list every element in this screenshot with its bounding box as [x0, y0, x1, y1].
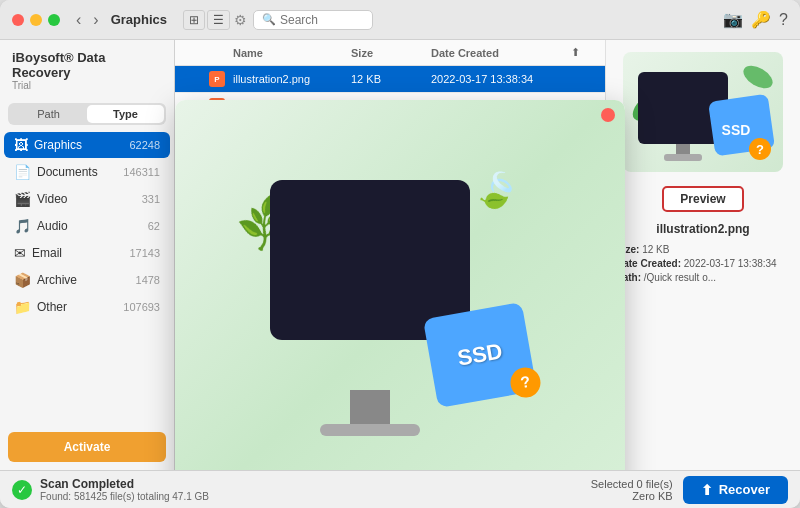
scan-detail-label: Found: 581425 file(s) totaling 47.1 GB: [40, 491, 209, 502]
svg-rect-4: [664, 154, 702, 161]
preview-image: SSD ?: [628, 57, 778, 167]
camera-icon[interactable]: 📷: [723, 10, 743, 29]
sidebar-item-archive[interactable]: 📦 Archive 1478: [4, 267, 170, 293]
info-icon[interactable]: 🔑: [751, 10, 771, 29]
table-row[interactable]: P illustration2.png 12 KB 2022-03-17 13:…: [175, 66, 605, 93]
search-icon: 🔍: [262, 13, 276, 26]
ssd-label: SSD: [455, 338, 504, 371]
path-value: /Quick result o...: [644, 272, 716, 283]
ssd-box: SSD ?: [430, 310, 550, 430]
recover-button[interactable]: ⬆ Recover: [683, 476, 788, 504]
file-list-header: Name Size Date Created ⬆: [175, 40, 605, 66]
scan-complete-label: Scan Completed: [40, 477, 209, 491]
type-tab[interactable]: Type: [87, 105, 164, 123]
size-value: 12 KB: [642, 244, 669, 255]
row-checkbox[interactable]: [185, 73, 198, 86]
documents-icon: 📄: [14, 164, 31, 180]
forward-button[interactable]: ›: [89, 9, 102, 31]
graphics-label: Graphics: [34, 138, 129, 152]
video-count: 331: [142, 193, 160, 205]
nav-buttons: ‹ ›: [72, 9, 103, 31]
recover-icon: ⬆: [701, 482, 713, 498]
header-action: ⬆: [571, 46, 595, 59]
sidebar-header: iBoysoft® Data Recovery Trial: [0, 40, 174, 97]
email-label: Email: [32, 246, 129, 260]
header-size: Size: [351, 47, 431, 59]
sidebar-tabs: Path Type: [8, 103, 166, 125]
file-info: illustration2.png Size: 12 KB Date Creat…: [616, 222, 790, 286]
other-label: Other: [37, 300, 123, 314]
preview-thumbnail: SSD ?: [623, 52, 783, 172]
file-date-row: Date Created: 2022-03-17 13:38:34: [616, 258, 790, 269]
toolbar-right-icons: 📷 🔑 ?: [723, 10, 788, 29]
video-label: Video: [37, 192, 142, 206]
status-bar: ✓ Scan Completed Found: 581425 file(s) t…: [0, 470, 800, 508]
file-name: illustration2.png: [233, 73, 351, 85]
traffic-lights: [12, 14, 60, 26]
search-bar[interactable]: 🔍: [253, 10, 373, 30]
documents-count: 146311: [123, 166, 160, 178]
minimize-button[interactable]: [30, 14, 42, 26]
preview-image-area: 🌿 🍃 SSD ?: [175, 100, 625, 470]
grid-view-button[interactable]: ⊞: [183, 10, 205, 30]
sidebar-item-graphics[interactable]: 🖼 Graphics 62248: [4, 132, 170, 158]
filter-icon[interactable]: ⚙: [234, 12, 247, 28]
sidebar-item-other[interactable]: 📁 Other 107693: [4, 294, 170, 320]
app-title: iBoysoft® Data Recovery: [12, 50, 162, 80]
svg-text:?: ?: [756, 142, 764, 157]
other-count: 107693: [123, 301, 160, 313]
search-input[interactable]: [280, 13, 370, 27]
title-bar: ‹ › Graphics ⊞ ☰ ⚙ 🔍 📷 🔑 ?: [0, 0, 800, 40]
file-type-icon: P: [209, 71, 225, 87]
back-button[interactable]: ‹: [72, 9, 85, 31]
close-button[interactable]: [12, 14, 24, 26]
sidebar-item-audio[interactable]: 🎵 Audio 62: [4, 213, 170, 239]
svg-point-1: [740, 61, 777, 93]
view-toggle: ⊞ ☰: [183, 10, 230, 30]
file-size-row: Size: 12 KB: [616, 244, 790, 255]
archive-count: 1478: [136, 274, 160, 286]
file-date: 2022-03-17 13:38:34: [431, 73, 571, 85]
imac-illustration: 🌿 🍃 SSD ?: [250, 170, 550, 450]
right-panel: SSD ? Preview illustration2.png Size: 12…: [605, 40, 800, 470]
selected-size-text: Zero KB: [591, 490, 673, 502]
date-label: Date Created:: [616, 258, 681, 269]
video-icon: 🎬: [14, 191, 31, 207]
list-view-button[interactable]: ☰: [207, 10, 230, 30]
selected-count: Selected 0 file(s) Zero KB: [591, 478, 673, 502]
window-title: Graphics: [111, 12, 167, 27]
svg-text:SSD: SSD: [722, 122, 751, 138]
preview-close-button[interactable]: [601, 108, 615, 122]
path-tab[interactable]: Path: [10, 105, 87, 123]
file-path-row: Path: /Quick result o...: [616, 272, 790, 283]
help-icon[interactable]: ?: [779, 11, 788, 29]
audio-count: 62: [148, 220, 160, 232]
ssd-shape: SSD ?: [423, 302, 537, 408]
main-content: iBoysoft® Data Recovery Trial Path Type …: [0, 40, 800, 470]
maximize-button[interactable]: [48, 14, 60, 26]
email-count: 17143: [129, 247, 160, 259]
imac-base: [320, 424, 420, 436]
header-name: Name: [233, 47, 351, 59]
scan-complete-icon: ✓: [12, 480, 32, 500]
sidebar: iBoysoft® Data Recovery Trial Path Type …: [0, 40, 175, 470]
audio-icon: 🎵: [14, 218, 31, 234]
selected-files-text: Selected 0 file(s): [591, 478, 673, 490]
scan-status: Scan Completed Found: 581425 file(s) tot…: [40, 477, 209, 502]
sidebar-item-video[interactable]: 🎬 Video 331: [4, 186, 170, 212]
other-icon: 📁: [14, 299, 31, 315]
audio-label: Audio: [37, 219, 148, 233]
preview-button[interactable]: Preview: [662, 186, 743, 212]
sidebar-item-documents[interactable]: 📄 Documents 146311: [4, 159, 170, 185]
activate-button[interactable]: Activate: [8, 432, 166, 462]
leaf-right-icon: 🍃: [470, 164, 525, 218]
file-size: 12 KB: [351, 73, 431, 85]
preview-overlay: 🌿 🍃 SSD ? wsxdn.com: [175, 100, 625, 470]
recover-label: Recover: [719, 482, 770, 497]
sidebar-item-email[interactable]: ✉ Email 17143: [4, 240, 170, 266]
trial-badge: Trial: [12, 80, 162, 91]
archive-icon: 📦: [14, 272, 31, 288]
sidebar-items: 🖼 Graphics 62248 📄 Documents 146311 🎬 Vi…: [0, 131, 174, 424]
graphics-icon: 🖼: [14, 137, 28, 153]
file-info-name: illustration2.png: [616, 222, 790, 236]
